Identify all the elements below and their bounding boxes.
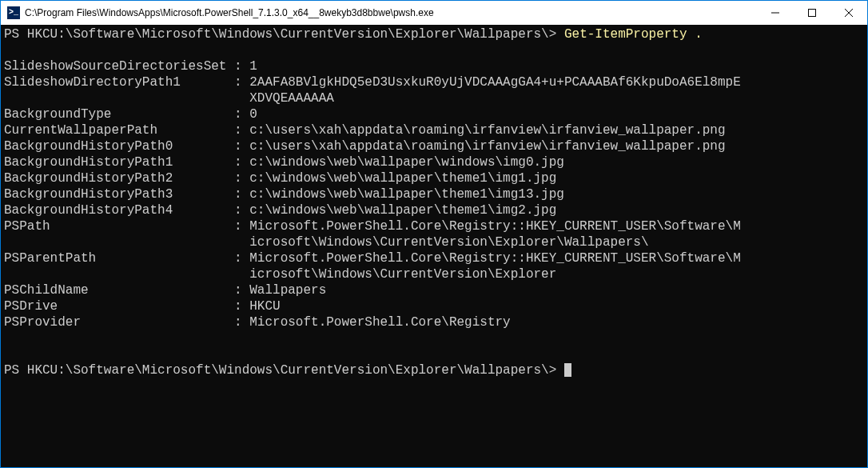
prompt-prefix: PS HKCU:\Software\Microsoft\Windows\Curr… xyxy=(4,363,564,378)
command-text: Get-ItemProperty . xyxy=(564,27,703,42)
window-controls xyxy=(757,1,867,25)
maximize-button[interactable] xyxy=(794,1,830,25)
property-line: PSProvider : Microsoft.PowerShell.Core\R… xyxy=(4,314,864,330)
powershell-icon: >_ xyxy=(7,6,20,19)
close-button[interactable] xyxy=(830,1,867,25)
powershell-window: >_ C:\Program Files\WindowsApps\Microsof… xyxy=(0,0,868,468)
property-line: BackgroundHistoryPath0 : c:\users\xah\ap… xyxy=(4,138,864,154)
cursor xyxy=(564,363,571,377)
titlebar[interactable]: >_ C:\Program Files\WindowsApps\Microsof… xyxy=(1,1,867,25)
property-line: BackgroundType : 0 xyxy=(4,106,864,122)
prompt-line: PS HKCU:\Software\Microsoft\Windows\Curr… xyxy=(4,26,864,42)
property-line: PSPath : Microsoft.PowerShell.Core\Regis… xyxy=(4,218,864,234)
property-line: SlideshowSourceDirectoriesSet : 1 xyxy=(4,58,864,74)
prompt-line: PS HKCU:\Software\Microsoft\Windows\Curr… xyxy=(4,362,864,378)
svg-rect-1 xyxy=(809,10,816,17)
blank-line xyxy=(4,330,864,346)
property-line: BackgroundHistoryPath2 : c:\windows\web\… xyxy=(4,170,864,186)
property-continuation: XDVQEAAAAAA xyxy=(4,90,864,106)
window-title: C:\Program Files\WindowsApps\Microsoft.P… xyxy=(25,7,757,18)
property-line: CurrentWallpaperPath : c:\users\xah\appd… xyxy=(4,122,864,138)
property-line: PSChildName : Wallpapers xyxy=(4,282,864,298)
property-continuation: icrosoft\Windows\CurrentVersion\Explorer… xyxy=(4,234,864,250)
property-line: BackgroundHistoryPath1 : c:\windows\web\… xyxy=(4,154,864,170)
property-continuation: icrosoft\Windows\CurrentVersion\Explorer xyxy=(4,266,864,282)
property-line: BackgroundHistoryPath3 : c:\windows\web\… xyxy=(4,186,864,202)
property-line: SlideshowDirectoryPath1 : 2AAFA8BVlgkHDQ… xyxy=(4,74,864,90)
terminal-output[interactable]: PS HKCU:\Software\Microsoft\Windows\Curr… xyxy=(1,25,867,467)
prompt-prefix: PS HKCU:\Software\Microsoft\Windows\Curr… xyxy=(4,27,564,42)
blank-line xyxy=(4,346,864,362)
minimize-button[interactable] xyxy=(757,1,794,25)
property-line: PSDrive : HKCU xyxy=(4,298,864,314)
property-line: PSParentPath : Microsoft.PowerShell.Core… xyxy=(4,250,864,266)
blank-line xyxy=(4,42,864,58)
property-line: BackgroundHistoryPath4 : c:\windows\web\… xyxy=(4,202,864,218)
